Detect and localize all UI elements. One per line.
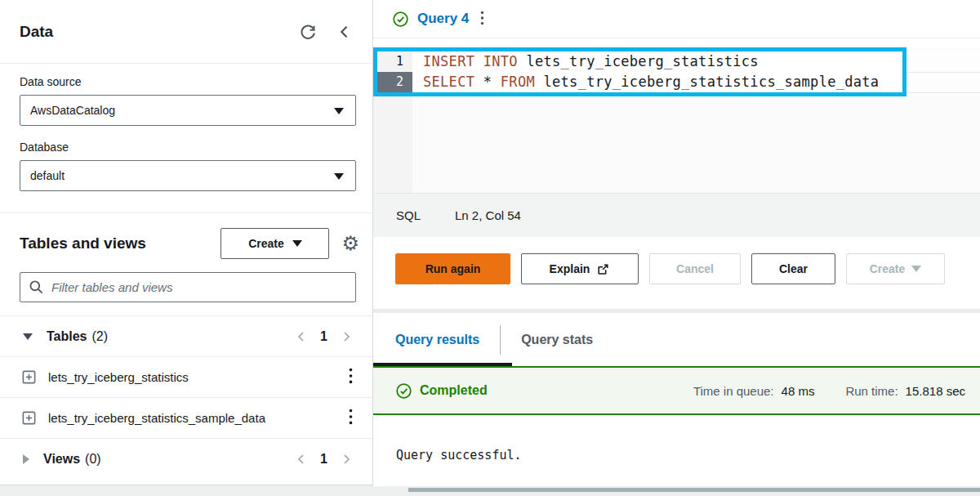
queue-time-value: 48 ms (782, 384, 815, 398)
views-group-label: Views (43, 452, 80, 467)
source-database-section: Data source AwsDataCatalog Database defa… (0, 64, 372, 213)
table-name: lets_try_iceberg_statistics (48, 370, 189, 384)
sql-keyword: INSERT INTO (423, 53, 526, 69)
queue-time-label: Time in queue: (693, 384, 774, 398)
chevron-down-icon (334, 108, 344, 114)
gear-icon[interactable]: ⚙ (341, 234, 359, 253)
selected-code-highlight-box[interactable]: 1 INSERT INTO lets_try_iceberg_statistic… (373, 47, 906, 96)
search-icon (29, 279, 44, 295)
code-line-1[interactable]: 1 INSERT INTO lets_try_iceberg_statistic… (377, 51, 902, 72)
query-tab-menu-icon[interactable] (477, 7, 488, 31)
database-select[interactable]: default (20, 160, 356, 191)
chevron-right-icon[interactable] (340, 453, 353, 466)
code-line-2[interactable]: 2 SELECT * FROM lets_try_iceberg_statist… (377, 72, 902, 92)
tab-query-results[interactable]: Query results (395, 333, 479, 347)
tab-divider (500, 325, 501, 355)
views-page-number: 1 (320, 452, 327, 467)
clear-button[interactable]: Clear (751, 253, 835, 284)
check-circle-icon (395, 382, 412, 400)
tables-views-title: Tables and views (20, 235, 146, 252)
database-value: default (30, 169, 65, 182)
active-line-rule (906, 72, 980, 73)
cursor-position: Ln 2, Col 54 (455, 208, 521, 222)
table-actions-icon[interactable] (345, 405, 356, 431)
triangle-down-icon (23, 333, 33, 340)
query-editor-pane: Query 4 1 INSERT INTO lets_try_iceberg_s… (373, 0, 980, 487)
chevron-left-icon[interactable] (295, 330, 308, 343)
time-in-queue: Time in queue: 48 ms (693, 384, 815, 398)
explain-button[interactable]: Explain (521, 253, 639, 284)
line-number: 1 (377, 51, 412, 72)
tables-group-label: Tables (47, 329, 87, 344)
query-tab-label[interactable]: Query 4 (417, 11, 469, 27)
collapse-panel-icon[interactable] (336, 24, 353, 40)
triangle-right-icon (23, 454, 29, 464)
explain-button-label: Explain (550, 262, 590, 275)
run-again-button[interactable]: Run again (395, 253, 510, 284)
tables-pagination: 1 (295, 329, 353, 344)
tables-count: (2) (92, 329, 109, 344)
tables-views-header: Tables and views Create ⚙ (0, 213, 372, 259)
chevron-down-icon (911, 266, 921, 272)
editor-status-bar: SQL Ln 2, Col 54 (373, 193, 980, 237)
tables-views-tree: Tables (2) 1 lets_try_iceberg_statistics (0, 315, 372, 479)
create-button-label: Create (248, 237, 284, 250)
panel-title: Data (20, 23, 53, 41)
table-row[interactable]: lets_try_iceberg_statistics (0, 356, 372, 397)
query-result-message: Query successful. (396, 448, 522, 462)
check-circle-icon (392, 11, 409, 28)
expand-plus-icon[interactable] (21, 410, 37, 426)
query-tab-row: Query 4 (373, 0, 980, 38)
sql-operator: * (483, 74, 501, 90)
horizontal-scrollbar-track (0, 486, 980, 496)
filter-tables-input[interactable] (20, 272, 356, 302)
filter-field-wrap (20, 272, 356, 302)
create-button-label: Create (870, 262, 906, 275)
query-actions-row: Run again Explain Cancel Clear Create (373, 237, 980, 309)
sql-keyword: SELECT (423, 74, 483, 90)
results-tabs: Query results Query stats (373, 313, 980, 366)
editor-language: SQL (396, 208, 421, 222)
code-text: INSERT INTO lets_try_iceberg_statistics (412, 51, 759, 72)
active-line-rule (906, 92, 980, 93)
horizontal-scrollbar-thumb[interactable] (408, 488, 980, 492)
views-pagination: 1 (295, 452, 353, 467)
run-time-value: 15.818 sec (906, 384, 965, 398)
data-panel: Data Data source AwsDataCatalog (0, 0, 373, 485)
views-count: (0) (85, 452, 101, 467)
sql-editor[interactable]: 1 INSERT INTO lets_try_iceberg_statistic… (373, 38, 980, 193)
run-time-label: Run time: (845, 384, 898, 398)
editor-gutter (373, 96, 412, 193)
views-group-row[interactable]: Views (0) 1 (0, 438, 372, 479)
data-source-select[interactable]: AwsDataCatalog (20, 95, 356, 126)
tab-query-stats[interactable]: Query stats (521, 333, 593, 347)
query-timings: Time in queue: 48 ms Run time: 15.818 se… (693, 384, 965, 398)
tables-group-row[interactable]: Tables (2) 1 (0, 315, 372, 356)
table-actions-icon[interactable] (345, 364, 356, 390)
create-button[interactable]: Create (846, 253, 945, 284)
table-name: lets_try_iceberg_statistics_sample_data (48, 411, 265, 425)
editor-top-margin (373, 38, 980, 47)
tables-page-number: 1 (320, 329, 327, 344)
code-text: SELECT * FROM lets_try_iceberg_statistic… (412, 72, 879, 92)
sql-identifier: lets_try_iceberg_statistics (526, 53, 758, 69)
panel-header-icons (299, 23, 353, 41)
data-source-value: AwsDataCatalog (30, 104, 115, 117)
cancel-button[interactable]: Cancel (649, 253, 741, 284)
status-badge: Completed (420, 383, 488, 398)
line-number-active: 2 (377, 72, 412, 92)
data-panel-header: Data (0, 0, 372, 64)
refresh-icon[interactable] (299, 23, 317, 41)
table-row[interactable]: lets_try_iceberg_statistics_sample_data (0, 397, 372, 438)
chevron-left-icon[interactable] (295, 453, 308, 466)
expand-plus-icon[interactable] (21, 369, 37, 385)
query-status-banner: Completed Time in queue: 48 ms Run time:… (373, 366, 980, 415)
external-link-icon (596, 262, 610, 276)
sql-keyword: FROM (501, 74, 544, 90)
run-time: Run time: 15.818 sec (845, 384, 965, 398)
chevron-down-icon (334, 173, 344, 180)
create-table-button[interactable]: Create (220, 228, 329, 259)
chevron-right-icon[interactable] (340, 330, 353, 343)
chevron-down-icon (292, 240, 302, 247)
database-label: Database (20, 141, 356, 154)
